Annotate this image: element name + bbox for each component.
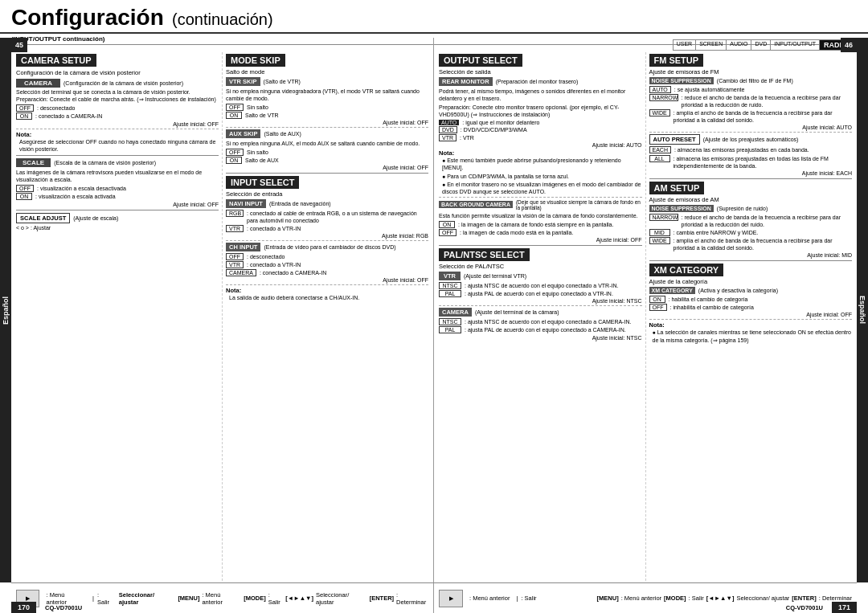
scale-initial: Ajuste inicial: OFF	[16, 202, 219, 207]
ch-off-desc: : desconectado	[247, 254, 285, 260]
off-desc-cam: : desconectado	[37, 105, 75, 111]
auto-rear-tag: AUTO	[439, 120, 459, 125]
ch-input-desc: (Entrada de vídeo para el cambiador de d…	[264, 244, 395, 250]
output-pal-section: OUTPUT SELECT Selección de salida REAR M…	[436, 52, 646, 581]
vtr-rear-desc: : VTR	[460, 135, 474, 141]
rgb-tag: RGB	[226, 210, 244, 217]
scale-adjust-desc: (Ajuste de escala)	[73, 215, 118, 221]
ch-note: La salida de audio deberá conectarse a C…	[229, 294, 428, 301]
vtr-on-tag: ON	[226, 112, 242, 119]
right-left-section: MODE SKIP Salto de mode VTR SKIP (Salto …	[223, 52, 432, 581]
each-tag: EACH	[649, 146, 671, 153]
preset-initial: Ajuste inicial: EACH	[649, 170, 853, 176]
vtr-skip-desc: (Salto de VTR)	[264, 79, 301, 84]
fm-narrow-tag: NARROW	[649, 94, 678, 101]
nav-icon-right: ▶	[439, 590, 463, 607]
pal-vtr-desc: (Ajuste del terminal VTR)	[464, 273, 526, 279]
am-setup-desc: Ajuste de emisoras de AM	[649, 196, 853, 203]
fm-noise-desc: (Cambio del filtro de IF de FM)	[717, 78, 793, 84]
fm-wide-tag: WIDE	[649, 109, 670, 116]
ntsc-vtr-tag: NTSC	[439, 282, 461, 289]
rear-initial: Ajuste inicial: AUTO	[439, 142, 642, 148]
vtr-input-tag: VTR	[226, 225, 244, 232]
aux-skip-tag: AUX SKIP	[226, 129, 260, 138]
vtr-skip-body: Si no emplea ninguna videograbadora (VTR…	[226, 88, 428, 102]
off-tag-scale: OFF	[16, 185, 34, 192]
auto-preset-desc: (Ajuste de los preajustes automáticos)	[703, 137, 799, 142]
camera-setup-header: CAMERA SETUP	[16, 54, 96, 67]
output-select-desc: Selección de salida	[439, 68, 642, 76]
rear-prep: Preparación: Conecte otro monitor traser…	[439, 104, 642, 118]
rear-note2-text: Para un CD/MP3/WMA, la pantalla se torna…	[447, 174, 569, 179]
rear-note3-text: En el monitor trasero no se visualizan i…	[442, 182, 641, 194]
ch-vtr-tag: VTR	[226, 261, 244, 268]
camera-tag: CAMERA	[16, 79, 60, 88]
camera-sub-desc: (Configuración de la cámara de visión po…	[63, 80, 183, 86]
ch-note-title: Nota:	[226, 287, 428, 294]
ntsc-vtr-desc: : ajusta NTSC de acuerdo con el equipo c…	[465, 282, 618, 289]
rear-body: Podrá tener, al mismo tiempo, imágenes o…	[439, 88, 642, 102]
pal-ntsc-header: PAL/NTSC SELECT	[439, 248, 530, 261]
vtr-off-tag: OFF	[226, 104, 244, 111]
nav-bar-left: ▶ : Menú anterior | : Salir Seleccionar/…	[11, 583, 434, 613]
fm-narrow-desc: : reduce el ancho de banda de la frecuen…	[682, 94, 853, 108]
am-wide-tag: WIDE	[649, 237, 670, 244]
tab-screen[interactable]: SCREEN	[696, 40, 727, 50]
pal-vtr-tag: VTR	[439, 272, 461, 280]
ch-cam-desc: : conectado a CAMERA-IN	[260, 270, 326, 276]
xm-category-desc: Ajuste de la categoría	[649, 278, 853, 285]
camera-initial: Ajuste inicial: OFF	[16, 121, 219, 127]
fm-am-xm-section: FM SETUP Ajuste de emisoras de FM NOISE …	[646, 52, 856, 581]
all-desc: : almacena las emisoras preajustadas en …	[674, 155, 853, 170]
aux-on-tag: ON	[226, 157, 242, 164]
tab-dvd[interactable]: DVD	[751, 40, 771, 50]
auto-preset-tag: AUTO PRESET	[649, 134, 700, 145]
nav-menu-prev-left: : Menú anterior	[46, 591, 86, 606]
scale-adjust-tag: SCALE ADJUST	[16, 213, 70, 223]
xm-off-desc: : inhabilita el cambio de categoría	[670, 304, 754, 311]
each-desc: : almacena las emisoras preajustadas en …	[674, 146, 809, 153]
left-side: CAMERA SETUP Configuración de la cámara …	[11, 38, 434, 582]
off-tag-cam: OFF	[16, 104, 34, 112]
main-content: CAMERA SETUP Configuración de la cámara …	[11, 38, 857, 582]
input-select-desc: Selección de entrada	[226, 190, 428, 198]
on-scale-desc: : visualización a escala activada	[35, 194, 116, 199]
pal-cam-desc: : ajusta PAL de acuerdo con el equipo co…	[465, 326, 626, 333]
aux-on-desc: Salto de AUX	[245, 157, 279, 163]
tab-audio[interactable]: AUDIO	[727, 40, 751, 50]
am-mid-tag: MID	[649, 229, 670, 236]
page-title: Configuración (continuación)	[0, 0, 868, 34]
bg-off-tag: OFF	[439, 229, 457, 236]
vtr-skip-tag: VTR SKIP	[226, 77, 260, 86]
vtr-off-desc: Sin salto	[247, 104, 268, 110]
right-side: USER SCREEN AUDIO DVD INPUT/OUTPUT RADIO…	[434, 38, 857, 582]
xm-note-text: La selección de canales mientras se tien…	[653, 329, 851, 342]
on-desc-cam: : conectado a CAMERA-IN	[35, 113, 102, 119]
aux-initial: Ajuste inicial: OFF	[226, 165, 428, 170]
rear-monitor-tag: REAR MONITOR	[439, 77, 493, 86]
vtr-initial: Ajuste inicial: OFF	[226, 120, 428, 125]
camera-prep: Preparación: Conecte el cable de marcha …	[16, 96, 219, 103]
xm-initial: Ajuste inicial: OFF	[649, 312, 853, 317]
pal-vtr-pal-desc: : ajusta PAL de acuerdo con el equipo co…	[465, 290, 613, 297]
xm-cat-tag: XM CATEGORY	[649, 287, 695, 294]
page-number-right: 46	[841, 38, 857, 52]
am-narrow-tag: NARROW	[649, 214, 678, 221]
camera-setup-desc: Configuración de la cámara de visión pos…	[16, 69, 219, 76]
camera-note-title: Nota:	[16, 131, 219, 138]
rgb-desc: : conectado al cable de entrada RGB, o a…	[247, 210, 428, 224]
xm-cat-desc: (Activa y desactiva la categoría)	[698, 288, 778, 293]
ch-input-tag: CH INPUT	[226, 243, 260, 251]
ch-off-tag: OFF	[226, 253, 244, 260]
navi-input-desc: (Entrada de navegación)	[269, 201, 331, 206]
tab-input-output[interactable]: INPUT/OUTPUT	[771, 40, 820, 50]
camera-terminal-desc: Selección del terminal que se conecta a …	[16, 89, 219, 95]
scale-adjust-arrows: < o > : Ajustar	[16, 225, 51, 231]
aux-off-tag: OFF	[226, 149, 244, 156]
ntsc-cam-tag: NTSC	[439, 318, 461, 325]
navi-input-tag: NAVI INPUT	[226, 199, 266, 208]
mode-skip-desc: Salto de mode	[226, 68, 428, 76]
mode-skip-header: MODE SKIP	[226, 54, 285, 67]
tab-user[interactable]: USER	[674, 40, 696, 50]
on-tag-cam: ON	[16, 112, 32, 120]
